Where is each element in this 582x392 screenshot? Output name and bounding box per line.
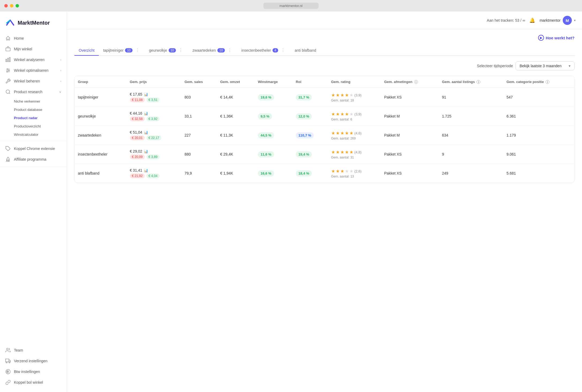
maximize-button[interactable]: [16, 4, 19, 7]
minimize-button[interactable]: [10, 4, 13, 7]
sliders-icon: [5, 68, 11, 73]
sidebar-sub-item-product-radar[interactable]: Product radar: [0, 114, 67, 122]
tab-badge: 4: [273, 48, 278, 52]
sidebar-sub-item-niche-verkenner[interactable]: Niche verkenner: [0, 97, 67, 105]
cell-gem-prijs: € 44,16 📊 € 32,58 € 3,92: [127, 107, 182, 126]
url-bar[interactable]: marktmentor.nl: [263, 3, 319, 9]
cell-roi: 31,7 %: [293, 88, 328, 107]
star-empty: ★: [349, 92, 353, 98]
close-button[interactable]: [4, 4, 8, 7]
sidebar-item-koppel-bol[interactable]: Koppel bol winkel: [0, 377, 67, 388]
svg-rect-2: [7, 58, 8, 62]
cell-winstmarge: 44,5 %: [255, 126, 292, 145]
page-content: ▶ Hoe werkt het? Overzicht tapijtreinige…: [67, 29, 582, 392]
star-half: ★: [345, 92, 349, 98]
sidebar-item-verzend[interactable]: Verzend instellingen: [0, 356, 67, 366]
chevron-right-icon: ›: [60, 69, 61, 72]
user-info[interactable]: marktmentor M ▾: [539, 16, 576, 25]
tab-badge: 10: [217, 48, 225, 52]
table-row: tapijtreiniger € 17,65 📊 € 11,08 € 3,51 …: [75, 88, 574, 107]
cell-winstmarge: 9,5 %: [255, 107, 292, 126]
tab-overzicht[interactable]: Overzicht: [74, 46, 99, 56]
th-gem-aantal-listings: Gem. aantal listings i: [439, 76, 503, 88]
roi-badge: 19,4 %: [296, 151, 312, 157]
star-filled: ★: [336, 130, 340, 136]
sidebar-item-mijn-winkel[interactable]: Mijn winkel: [0, 44, 67, 54]
main-content: Aan het tracken: 53 / ∞ 🔔 marktmentor M …: [67, 12, 582, 392]
tab-menu-icon[interactable]: ⋮: [226, 48, 233, 53]
traffic-lights: [4, 4, 19, 7]
sidebar-item-winkel-analyseren[interactable]: Winkel analyseren ›: [0, 54, 67, 65]
rating-count: Gem. aantal: 6: [331, 118, 378, 121]
cell-gem-omzet: € 1,94K: [217, 164, 255, 183]
cell-gem-rating: ★★★★★ (4,8) Gem. aantal: 31: [328, 145, 381, 164]
tab-tapijtreiniger[interactable]: tapijtreiniger 10 ⋮: [99, 45, 145, 56]
cell-groep: tapijtreiniger: [75, 88, 127, 107]
th-gem-categorie-positie: Gem. categorie positie i: [503, 76, 574, 88]
cell-winstmarge: 11,6 %: [255, 145, 292, 164]
cell-gem-afmetingen: Pakket XS: [381, 88, 439, 107]
sidebar-sub-item-winstcalculator[interactable]: Winstcalculator: [0, 130, 67, 139]
star-filled: ★: [336, 168, 340, 174]
star-half: ★: [349, 130, 353, 136]
th-roi: Roi: [293, 76, 328, 88]
cell-gem-sales: 33,1: [181, 107, 217, 126]
sidebar-item-label: Winkel beheren: [14, 79, 40, 83]
sidebar-sub-item-product-database[interactable]: Product database: [0, 105, 67, 114]
bell-icon[interactable]: 🔔: [529, 17, 535, 23]
winstmarge-badge: 16,6 %: [258, 170, 274, 176]
star-filled: ★: [340, 92, 344, 98]
truck-icon: [5, 358, 11, 364]
table-row: insectenbeetheler € 29,02 📊 € 20,09 € 3,…: [75, 145, 574, 164]
rating-count: Gem. aantal: 13: [331, 175, 378, 178]
tab-menu-icon[interactable]: ⋮: [134, 48, 141, 53]
cell-roi: 19,4 %: [293, 145, 328, 164]
sidebar-item-label: Verzend instellingen: [14, 359, 47, 363]
cell-gem-categorie-positie: 547: [503, 88, 574, 107]
info-icon[interactable]: i: [546, 80, 549, 84]
tab-insectenbeetheler[interactable]: insectenbeetheler 4 ⋮: [237, 45, 290, 56]
sidebar-sub-item-productoverzicht[interactable]: Productoverzicht: [0, 122, 67, 130]
info-icon[interactable]: i: [414, 80, 418, 84]
sidebar-item-winkel-beheren[interactable]: Winkel beheren ›: [0, 76, 67, 86]
cell-roi: 110,7 %: [293, 126, 328, 145]
logo: MarktMentor: [0, 16, 67, 33]
filter-select[interactable]: Bekijk laatste 3 maanden ▾: [516, 61, 575, 70]
svg-rect-1: [6, 59, 7, 62]
users-icon: [5, 348, 11, 353]
tab-menu-icon[interactable]: ⋮: [177, 48, 184, 53]
tab-geurwolkje[interactable]: geurwolkje 10 ⋮: [145, 45, 188, 56]
sidebar-item-btw[interactable]: Btw instellingen: [0, 366, 67, 377]
table-header-row: Groep Gem. prijs Gem. sales Gem. omzet W…: [75, 76, 574, 88]
sidebar-item-winkel-optimaliseren[interactable]: Winkel optimaliseren ›: [0, 65, 67, 76]
tab-menu-icon[interactable]: ⋮: [280, 48, 286, 53]
cell-gem-aantal-listings: 634: [439, 126, 503, 145]
th-gem-sales: Gem. sales: [181, 76, 217, 88]
svg-rect-0: [6, 48, 10, 51]
hoe-werkt-button[interactable]: ▶ Hoe werkt het?: [538, 35, 575, 41]
sidebar-item-affiliate[interactable]: Affiliate programma: [0, 154, 67, 165]
logo-icon: [5, 18, 15, 28]
winstmarge-badge: 11,6 %: [258, 151, 274, 157]
price-tag-high: € 3,92: [146, 116, 160, 121]
chart-small-icon: 📊: [144, 111, 148, 115]
cell-winstmarge: 16,6 %: [255, 164, 292, 183]
info-icon[interactable]: i: [477, 80, 480, 84]
user-dropdown-chevron: ▾: [574, 18, 576, 22]
play-icon: ▶: [538, 35, 544, 41]
sidebar-item-home[interactable]: Home: [0, 33, 67, 44]
cell-gem-prijs: € 29,02 📊 € 20,09 € 3,89: [127, 145, 182, 164]
tab-zwaartedeken[interactable]: zwaartedeken 10 ⋮: [188, 45, 237, 56]
sidebar-item-koppel-chrome[interactable]: Koppel Chrome extensie: [0, 143, 67, 154]
cell-gem-aantal-listings: 249: [439, 164, 503, 183]
sidebar-item-team[interactable]: Team: [0, 345, 67, 356]
link-icon: [5, 380, 11, 385]
cell-gem-categorie-positie: 1.179: [503, 126, 574, 145]
rating-label: (4,8): [354, 150, 362, 154]
sidebar-item-product-research[interactable]: Product research ∨: [0, 86, 67, 97]
user-avatar: M: [563, 16, 572, 25]
chart-icon: [5, 57, 11, 62]
price-tag-low: € 21,92: [130, 174, 145, 178]
roi-badge: 31,7 %: [296, 94, 312, 100]
tab-anti-blafband[interactable]: anti blafband: [290, 46, 320, 56]
